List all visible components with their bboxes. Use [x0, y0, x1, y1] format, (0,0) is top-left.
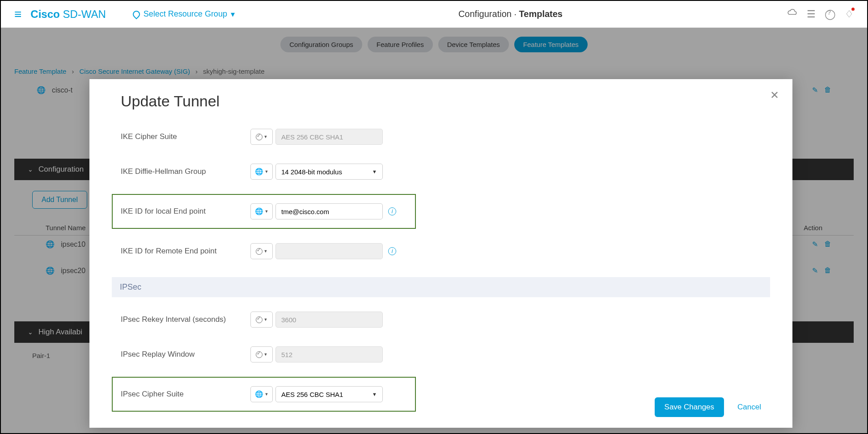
pin-icon	[131, 9, 141, 19]
page-title: Configuration · Templates	[235, 9, 786, 19]
tasks-icon[interactable]: ☰	[807, 8, 816, 20]
globe-icon: 🌐	[255, 168, 263, 176]
ipsec-rekey-field: 3600	[275, 312, 383, 328]
app-header: ≡ Cisco SD-WAN Select Resource Group▾ Co…	[1, 1, 867, 28]
close-icon[interactable]: ✕	[770, 89, 779, 101]
ike-dh-label: IKE Diffie-Hellman Group	[121, 167, 250, 176]
ike-remote-field	[275, 243, 383, 259]
row-ike-remote: IKE ID for Remote End point ▼ i	[121, 242, 761, 260]
ipsec-cipher-value: AES 256 CBC SHA1	[281, 391, 343, 398]
chevron-down-icon: ▼	[372, 169, 377, 174]
globe-icon: 🌐	[255, 207, 263, 215]
resource-group-label: Select Resource Group	[144, 9, 227, 19]
update-tunnel-modal: ✕ Update Tunnel IKE Cipher Suite ▼ AES 2…	[89, 79, 792, 428]
scope-selector[interactable]: ▼	[250, 312, 273, 328]
brand-bold: Cisco	[30, 8, 59, 20]
menu-icon[interactable]: ≡	[14, 7, 21, 21]
caret-down-icon: ▼	[264, 135, 268, 139]
brand-logo: Cisco SD-WAN	[30, 8, 106, 21]
row-ipsec-rekey: IPsec Rekey Interval (seconds) ▼ 3600	[121, 311, 761, 329]
ike-dh-field[interactable]: 14 2048-bit modulus▼	[275, 164, 383, 180]
ike-cipher-field: AES 256 CBC SHA1	[275, 129, 383, 145]
cloud-icon[interactable]	[786, 7, 798, 21]
ike-dh-value: 14 2048-bit modulus	[281, 168, 342, 176]
caret-down-icon: ▼	[264, 317, 268, 322]
brand-thin: SD-WAN	[63, 8, 106, 20]
cancel-button[interactable]: Cancel	[737, 403, 761, 412]
ike-local-field[interactable]: tme@cisco.com	[275, 203, 383, 219]
ike-local-label: IKE ID for local End point	[121, 207, 250, 216]
modal-actions: Save Changes Cancel	[655, 397, 761, 417]
ipsec-section-header: IPSec	[112, 277, 770, 297]
caret-down-icon: ▼	[265, 392, 269, 396]
caret-down-icon: ▼	[265, 209, 269, 214]
ike-remote-label: IKE ID for Remote End point	[121, 247, 250, 256]
info-icon[interactable]: i	[388, 247, 396, 255]
scope-selector[interactable]: 🌐▼	[250, 386, 273, 402]
scope-selector[interactable]: ▼	[250, 346, 273, 362]
check-icon	[256, 351, 263, 358]
ipsec-cipher-label: IPsec Cipher Suite	[121, 390, 250, 399]
ipsec-replay-label: IPsec Replay Window	[121, 350, 250, 359]
scope-selector[interactable]: 🌐▼	[250, 164, 273, 180]
check-icon	[256, 316, 263, 323]
ipsec-rekey-label: IPsec Rekey Interval (seconds)	[121, 315, 250, 324]
save-changes-button[interactable]: Save Changes	[655, 397, 724, 417]
scope-selector[interactable]: ▼	[250, 129, 273, 145]
check-icon	[256, 134, 263, 140]
row-ike-cipher: IKE Cipher Suite ▼ AES 256 CBC SHA1	[121, 128, 761, 146]
notifications-icon[interactable]: ♢	[845, 8, 854, 20]
row-ipsec-cipher-highlighted: IPsec Cipher Suite 🌐▼ AES 256 CBC SHA1▼	[112, 377, 416, 412]
info-icon[interactable]: i	[388, 207, 396, 215]
scope-selector[interactable]: ▼	[250, 243, 273, 259]
notification-dot	[851, 8, 855, 11]
check-icon	[256, 248, 263, 255]
globe-icon: 🌐	[255, 390, 263, 398]
row-ipsec-replay: IPsec Replay Window ▼ 512	[121, 346, 761, 363]
chevron-down-icon: ▾	[231, 9, 235, 19]
caret-down-icon: ▼	[265, 169, 269, 174]
scope-selector[interactable]: 🌐▼	[250, 203, 273, 219]
chevron-down-icon: ▼	[372, 392, 377, 397]
ipsec-cipher-field[interactable]: AES 256 CBC SHA1▼	[275, 386, 383, 402]
caret-down-icon: ▼	[264, 352, 268, 357]
title-section: Configuration	[458, 9, 512, 19]
ipsec-replay-field: 512	[275, 346, 383, 362]
ike-cipher-label: IKE Cipher Suite	[121, 132, 250, 141]
help-icon[interactable]: ◯?	[825, 8, 836, 20]
caret-down-icon: ▼	[264, 249, 268, 253]
row-ike-local-highlighted: IKE ID for local End point 🌐▼ tme@cisco.…	[112, 194, 416, 229]
row-ike-dh: IKE Diffie-Hellman Group 🌐▼ 14 2048-bit …	[121, 163, 761, 181]
resource-group-selector[interactable]: Select Resource Group▾	[133, 9, 235, 19]
title-page: Templates	[519, 9, 563, 19]
header-actions: ☰ ◯? ♢	[786, 7, 854, 21]
modal-title: Update Tunnel	[121, 93, 761, 110]
